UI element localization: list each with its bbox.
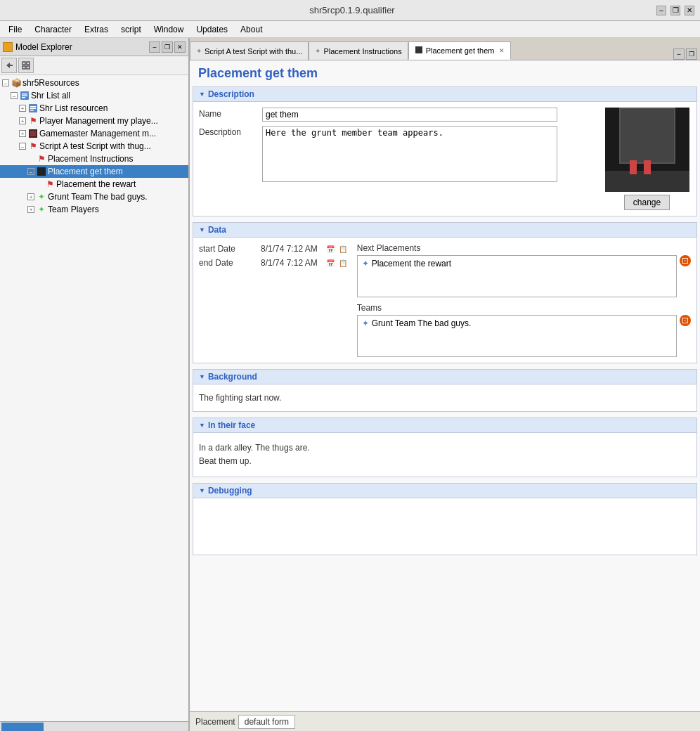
description-section: ▼ Description Name: [193, 86, 697, 216]
right-panel: ✦ Script A test Script with thu... ✦ Pla…: [190, 38, 700, 731]
tree-expand-0[interactable]: –: [1, 79, 10, 87]
debugging-section-header[interactable]: ▼ Debugging: [193, 484, 696, 498]
start-date-copy-icon[interactable]: 📋: [337, 243, 349, 254]
panel-header: Model Explorer – ❐ ✕: [0, 38, 188, 56]
tree-icon-grunt-team: ✦: [36, 191, 47, 202]
svg-rect-5: [22, 93, 27, 95]
tree-item-gamemastermgmt[interactable]: + Gamemaster Management m...: [0, 127, 188, 140]
tree-item-playermgmt[interactable]: + ⚑ Player Management my playe...: [0, 115, 188, 127]
tree-item-shr5resources[interactable]: – 📦 shr5Resources: [0, 77, 188, 89]
svg-rect-9: [30, 106, 36, 108]
tree-expand-7[interactable]: –: [27, 167, 35, 176]
change-image-button[interactable]: change: [624, 195, 670, 210]
menu-file[interactable]: File: [3, 23, 27, 36]
tree-label-gamemastermgmt: Gamemaster Management m...: [39, 129, 156, 138]
bottom-scrollbar[interactable]: [0, 721, 188, 731]
tree-label-playermgmt: Player Management my playe...: [39, 116, 158, 126]
debugging-collapse-icon: ▼: [199, 487, 205, 494]
data-section-header[interactable]: ▼ Data: [193, 223, 696, 238]
tree-item-shrlistresourcen[interactable]: + Shr List resourcen: [0, 102, 188, 115]
tree-expand-4[interactable]: +: [18, 129, 27, 138]
placement-rewart-icon: ✦: [362, 259, 369, 269]
end-date-calendar-icon[interactable]: 📅: [325, 257, 336, 269]
end-date-row: end Date 8/1/74 7:12 AM 📅 📋: [199, 257, 349, 269]
in-their-face-section: ▼ In their face In a dark alley. The thu…: [193, 418, 697, 477]
tree-item-placement-instructions[interactable]: ⚑ Placement Instructions: [0, 153, 188, 165]
panel-close-button[interactable]: ✕: [174, 41, 186, 53]
face-line-2: Beat them up.: [199, 455, 691, 468]
svg-rect-0: [22, 62, 25, 65]
title-bar: shr5rcp0.1.9.qualifier – ❐ ✕: [0, 0, 700, 21]
toolbar-expand-button[interactable]: [18, 58, 34, 73]
tab-icon-2: [415, 46, 423, 56]
tab-placement-instructions[interactable]: ✦ Placement Instructions: [309, 41, 408, 60]
menu-character[interactable]: Character: [29, 23, 77, 36]
toolbar-back-button[interactable]: [1, 58, 17, 73]
tab-close-button[interactable]: ✕: [499, 47, 505, 54]
tree-expand-1[interactable]: –: [10, 91, 18, 100]
tree-item-team-players[interactable]: + ✦ Team Players: [0, 203, 188, 216]
tree-expand-9[interactable]: +: [27, 193, 35, 201]
scene-figure-2: [644, 160, 651, 174]
tab-minimize-button[interactable]: –: [673, 48, 685, 60]
tab-script-a[interactable]: ✦ Script A test Script with thu...: [190, 41, 309, 60]
svg-rect-3: [27, 66, 30, 69]
tab-restore-button[interactable]: ❐: [686, 48, 697, 60]
tree-label-shr5resources: shr5Resources: [22, 78, 79, 88]
background-section-body: The fighting start now.: [193, 384, 696, 411]
teams-list: ✦ Grunt Team The bad guys.: [357, 315, 677, 357]
end-date-label: end Date: [199, 258, 255, 268]
data-section: ▼ Data start Date 8/1/74 7:12 AM 📅 📋: [193, 222, 697, 363]
teams-remove-button[interactable]: ⚀: [680, 315, 691, 326]
next-placements-remove-button[interactable]: ⚀: [680, 255, 691, 266]
minimize-button[interactable]: –: [656, 6, 666, 15]
scene-figure-1: [630, 160, 637, 174]
desc-textarea[interactable]: Here the grunt member team appears.: [262, 126, 557, 182]
restore-button[interactable]: ❐: [670, 6, 680, 15]
menu-bar: File Character Extras script Window Upda…: [0, 21, 700, 38]
panel-minimize-button[interactable]: –: [149, 41, 160, 53]
tree-expand-5[interactable]: –: [18, 142, 27, 150]
background-section-header[interactable]: ▼ Background: [193, 370, 696, 384]
grunt-team-icon: ✦: [362, 318, 369, 328]
tree-item-grunt-team[interactable]: + ✦ Grunt Team The bad guys.: [0, 190, 188, 203]
content-area: Placement get them ▼ Description Name: [190, 60, 700, 711]
list-item-grunt-team: ✦ Grunt Team The bad guys.: [359, 317, 675, 330]
debugging-section-title: Debugging: [208, 486, 252, 496]
svg-rect-15: [415, 46, 422, 53]
tree-icon-placement-instructions: ⚑: [36, 153, 47, 164]
tree-expand-2[interactable]: +: [18, 104, 27, 112]
panel-title-area: Model Explorer: [3, 42, 149, 52]
menu-about[interactable]: About: [235, 23, 268, 36]
menu-script[interactable]: script: [115, 23, 147, 36]
tab-label-0: Script A test Script with thu...: [205, 47, 302, 56]
scroll-thumb[interactable]: [1, 723, 44, 731]
tab-label-1: Placement Instructions: [323, 47, 401, 56]
tab-placement-get-them[interactable]: Placement get them ✕: [408, 41, 511, 60]
tree-expand-10[interactable]: +: [27, 205, 35, 214]
description-section-header[interactable]: ▼ Description: [193, 87, 696, 102]
tree-item-placement-rewart[interactable]: ⚑ Placement the rewart: [0, 178, 188, 190]
menu-extras[interactable]: Extras: [79, 23, 114, 36]
model-explorer-icon: [3, 42, 13, 52]
menu-updates[interactable]: Updates: [190, 23, 233, 36]
in-their-face-section-body: In a dark alley. The thugs are. Beat the…: [193, 433, 696, 477]
tree-item-placement-get-them[interactable]: – Placement get them: [0, 165, 188, 178]
in-their-face-section-header[interactable]: ▼ In their face: [193, 418, 696, 433]
start-date-row: start Date 8/1/74 7:12 AM 📅 📋: [199, 243, 349, 254]
end-date-copy-icon[interactable]: 📋: [337, 257, 349, 269]
placement-rewart-text: Placement the rewart: [372, 259, 451, 269]
name-input[interactable]: [262, 108, 557, 122]
menu-window[interactable]: Window: [148, 23, 190, 36]
tree-label-shrlistall: Shr List all: [31, 91, 70, 101]
svg-rect-2: [22, 66, 25, 69]
tree-label-placement-instructions: Placement Instructions: [48, 154, 133, 164]
tree-expand-3[interactable]: +: [18, 117, 27, 125]
face-text: In a dark alley. The thugs are. Beat the…: [199, 439, 691, 471]
tree-item-shrlistall[interactable]: – Shr List all: [0, 89, 188, 102]
start-date-calendar-icon[interactable]: 📅: [325, 243, 336, 254]
background-section: ▼ Background The fighting start now.: [193, 369, 697, 412]
tree-item-script-a[interactable]: – ⚑ Script A test Script with thug...: [0, 140, 188, 153]
panel-restore-button[interactable]: ❐: [162, 41, 173, 53]
close-button[interactable]: ✕: [685, 6, 694, 15]
